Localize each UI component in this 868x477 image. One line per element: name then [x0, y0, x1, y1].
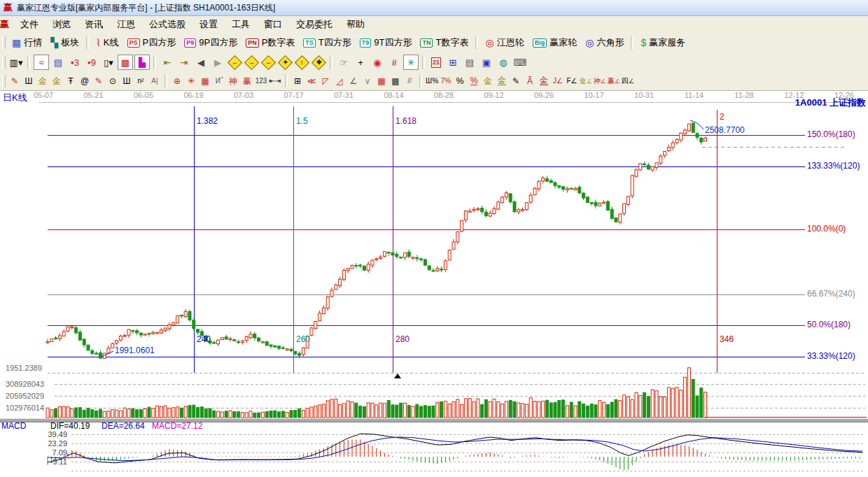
winner-service-button[interactable]: $赢家服务 — [636, 35, 690, 50]
diamond-right-icon[interactable]: → — [244, 55, 259, 70]
p-number-table-button[interactable]: PNP数字表 — [241, 35, 299, 50]
pencil-ink-icon[interactable]: ✎ — [509, 73, 523, 88]
winner-wheel-button[interactable]: Big赢家轮 — [528, 35, 582, 50]
gold-lines-icon[interactable]: 金 — [495, 73, 509, 88]
crosshair-tool-icon[interactable]: + — [353, 55, 368, 70]
pencil-red-icon[interactable]: ✎ — [8, 73, 22, 88]
gann-wheel-button[interactable]: ◎江恩轮 — [481, 35, 528, 50]
menu-item-4[interactable]: 公式选股 — [142, 17, 192, 32]
kline-9-icon[interactable]: ▪9 — [84, 55, 99, 70]
j-angle-icon[interactable]: J∠ — [551, 73, 565, 88]
slant-lines-icon[interactable]: // — [402, 73, 416, 88]
menu-item-1[interactable]: 浏览 — [46, 17, 78, 32]
fan-red-icon[interactable]: ≪ — [304, 73, 318, 88]
histogram-tool-icon[interactable]: ▙ — [134, 55, 150, 70]
gold-angle-icon[interactable]: 金∠ — [579, 73, 593, 88]
fan-box-1-icon[interactable]: ◸ — [318, 73, 332, 88]
f-angle-icon[interactable]: F∠ — [565, 73, 579, 88]
save-icon[interactable]: ▣ — [479, 55, 494, 70]
pattern-tool-icon[interactable]: ▩ — [118, 55, 133, 70]
box-tool-icon[interactable]: ⊞ — [290, 73, 304, 88]
9t-square-button[interactable]: T99T四方形 — [356, 35, 416, 50]
menu-item-8[interactable]: 交易委托 — [289, 17, 340, 32]
gold-circle-icon[interactable]: 金 — [481, 73, 495, 88]
grid-red-icon[interactable]: ▦ — [374, 73, 388, 88]
hexagon-button[interactable]: ◎六角形 — [581, 35, 628, 50]
prev-bar-icon[interactable]: ◀ — [193, 55, 209, 70]
n-squared-icon[interactable]: n² — [134, 73, 148, 88]
menu-item-6[interactable]: 工具 — [225, 17, 257, 32]
diamond-compress-icon[interactable]: ✦ — [277, 55, 293, 70]
ying-red-icon[interactable]: 赢 — [240, 73, 254, 88]
net-save-glyph: ◍ — [499, 58, 507, 67]
gann-grid-tool-icon[interactable]: # — [386, 55, 402, 70]
last-bar-icon[interactable]: ⇥ — [176, 55, 192, 70]
web-tool-icon[interactable]: ✳ — [403, 55, 419, 70]
candle-style-dropdown-icon[interactable]: ▥▾ — [8, 55, 24, 70]
diamond-left-icon[interactable]: ← — [227, 55, 242, 70]
a-wave-red-icon[interactable]: Ã — [523, 73, 537, 88]
web-red-icon[interactable]: ✳ — [184, 73, 198, 88]
gold-ruler-2-icon[interactable]: 金 — [50, 73, 64, 88]
ying-angle-icon[interactable]: 赢∠ — [607, 73, 621, 88]
a-mirror-icon[interactable]: A| — [148, 73, 162, 88]
si-angle-icon[interactable]: 四∠ — [621, 73, 635, 88]
quotes-button[interactable]: ▦行情 — [8, 35, 46, 50]
menu-item-2[interactable]: 资讯 — [78, 17, 110, 32]
seven-percent-glyph: 7% — [441, 77, 451, 85]
percent-ruler-icon[interactable]: Ш% — [425, 73, 439, 88]
t-number-table-button[interactable]: TNT数字表 — [416, 35, 472, 50]
time-circle-icon[interactable]: ⊙ — [106, 73, 120, 88]
pane-separator[interactable] — [0, 418, 868, 422]
menu-item-3[interactable]: 江恩 — [110, 17, 142, 32]
grid-box-icon[interactable]: ▩ — [388, 73, 402, 88]
arrow-ruler-icon[interactable]: ⇤⇥ — [268, 73, 282, 88]
kline-button[interactable]: ⌇K线 — [92, 35, 123, 50]
percent-icon[interactable]: % — [453, 73, 467, 88]
ruler-comb-icon[interactable]: Ш — [22, 73, 36, 88]
hollow-candle-dropdown-icon[interactable]: ▯▾ — [101, 55, 116, 70]
next-bar-icon[interactable]: ▶ — [210, 55, 225, 70]
calculator-icon[interactable]: ⊞ — [445, 55, 461, 70]
menu-item-5[interactable]: 设置 — [192, 17, 225, 32]
menu-item-9[interactable]: 帮助 — [340, 17, 372, 32]
p-square-button[interactable]: PSP四方形 — [123, 35, 181, 50]
diamond-h-expand-icon[interactable]: ↔ — [260, 55, 276, 70]
menu-item-7[interactable]: 窗口 — [257, 17, 289, 32]
seven-percent-icon[interactable]: 7% — [439, 73, 453, 88]
title-bar[interactable]: 赢 赢家江恩专业版[赢家内部服务平台] - [上证指数 SH1A0001-163… — [0, 0, 868, 16]
menu-item-0[interactable]: 文件 — [13, 17, 46, 32]
hand-tool-icon[interactable]: ☞ — [336, 55, 351, 70]
f-ruler-icon[interactable]: Ŧ — [64, 73, 78, 88]
gold-ruler-1-icon[interactable]: 金 — [36, 73, 50, 88]
anchor-tool-icon[interactable]: ◉ — [370, 55, 385, 70]
first-bar-icon[interactable]: ⇤ — [160, 55, 175, 70]
workstation-icon[interactable]: ⌨ — [512, 55, 528, 70]
k-marks-icon[interactable]: И˝ — [212, 73, 226, 88]
spiral-tool-icon[interactable]: @ — [78, 73, 92, 88]
calendar-21-icon[interactable]: 21 — [428, 55, 444, 70]
net-save-icon[interactable]: ◍ — [496, 55, 511, 70]
diamond-v-expand-icon[interactable]: ↕ — [294, 55, 309, 70]
fan-box-2-glyph: ◿ — [336, 77, 342, 85]
shen-red-icon[interactable]: 神 — [226, 73, 240, 88]
zigzag-tool-icon[interactable]: ≈ — [34, 55, 49, 70]
clipboard-icon[interactable]: ▤ — [50, 55, 66, 70]
pencil-red-2-icon[interactable]: ✎ — [92, 73, 106, 88]
grid-123-icon[interactable]: 123 — [254, 73, 268, 88]
notepad-icon[interactable]: ▤ — [462, 55, 477, 70]
percent-line-icon[interactable]: % — [467, 73, 481, 88]
9p-square-button[interactable]: P99P四方形 — [180, 35, 241, 50]
t-square-button[interactable]: TST四方形 — [299, 35, 355, 50]
angle-lines-icon[interactable]: ∠ — [346, 73, 360, 88]
sectors-button[interactable]: ▚板块 — [46, 35, 83, 50]
kline-3-icon[interactable]: ▪3 — [67, 55, 83, 70]
fan-box-2-icon[interactable]: ◿ — [332, 73, 346, 88]
ruler-comb-2-icon[interactable]: Ш — [120, 73, 134, 88]
diamond-all-icon[interactable]: ✥ — [311, 55, 326, 70]
target-red-icon[interactable]: ⊕ — [170, 73, 184, 88]
gold-underline-red-icon[interactable]: 金 — [537, 73, 551, 88]
web-box-red-icon[interactable]: ▦ — [198, 73, 212, 88]
v-wave-icon[interactable]: ∨ — [360, 73, 374, 88]
shen-angle-icon[interactable]: 神∠ — [593, 73, 607, 88]
